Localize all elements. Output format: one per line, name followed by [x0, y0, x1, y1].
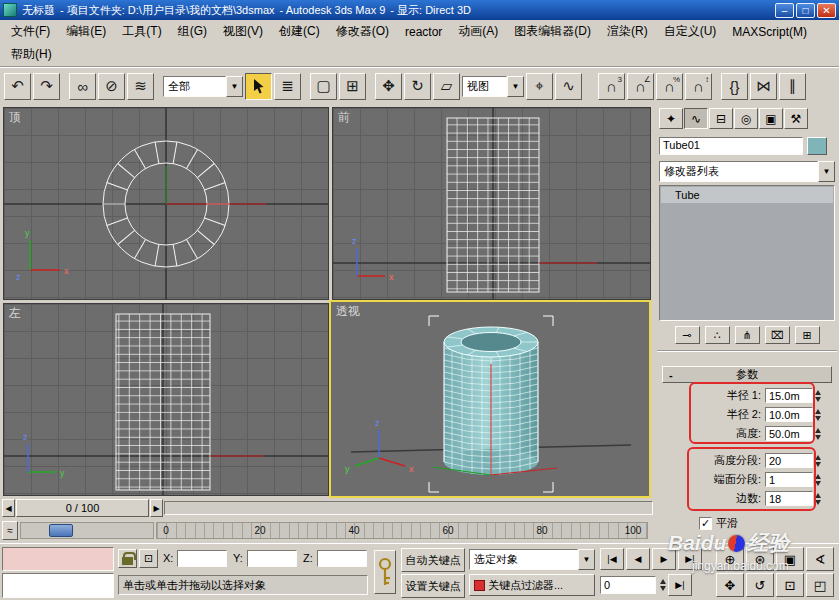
- use-pivot-point-button[interactable]: ⌖: [526, 73, 553, 100]
- menu-group[interactable]: 组(G): [170, 21, 215, 42]
- viewport-top[interactable]: x y z 顶: [3, 107, 329, 300]
- current-frame-spinner[interactable]: [660, 579, 666, 591]
- zoom-region-button[interactable]: ⊡: [776, 573, 804, 597]
- time-slider-grip[interactable]: 0 / 100: [16, 499, 149, 517]
- percent-snap-button[interactable]: ∩%: [656, 73, 683, 100]
- tab-display[interactable]: ▣: [759, 108, 783, 129]
- key-filters-button[interactable]: 关键点过滤器...: [469, 574, 595, 596]
- remove-modifier-button[interactable]: ⌧: [765, 326, 790, 344]
- tab-utilities[interactable]: ⚒: [784, 108, 808, 129]
- go-to-start-button[interactable]: |◀: [600, 548, 624, 570]
- previous-frame-button[interactable]: ◀: [626, 548, 650, 570]
- tab-motion[interactable]: ◎: [734, 108, 758, 129]
- param-sides-field[interactable]: 18: [765, 491, 813, 506]
- maximize-button[interactable]: □: [796, 3, 815, 18]
- dropdown-arrow-icon[interactable]: ▼: [818, 161, 835, 182]
- viewport-perspective-canvas[interactable]: z x y: [331, 302, 649, 496]
- selection-filter-dropdown[interactable]: 全部 ▼: [163, 76, 243, 97]
- smooth-checkbox[interactable]: ✓: [699, 517, 712, 530]
- time-slider-track[interactable]: [164, 501, 653, 515]
- param-cap-segs-spinner[interactable]: [815, 474, 821, 486]
- snap-toggle-button[interactable]: ∩3: [598, 73, 625, 100]
- redo-button[interactable]: ↷: [33, 73, 60, 100]
- param-sides-spinner[interactable]: [815, 493, 821, 505]
- object-name-field[interactable]: Tube01: [659, 137, 803, 155]
- param-radius1-spinner[interactable]: [815, 390, 821, 402]
- menu-reactor[interactable]: reactor: [397, 23, 450, 41]
- spinner-snap-button[interactable]: ∩↕: [685, 73, 712, 100]
- go-to-end-button[interactable]: ▶|: [678, 548, 702, 570]
- select-and-scale-button[interactable]: ▱: [433, 73, 460, 100]
- modifier-stack-item[interactable]: Tube: [661, 187, 833, 203]
- tab-modify[interactable]: ∿: [684, 108, 708, 129]
- close-button[interactable]: ✕: [817, 3, 836, 18]
- configure-modifier-sets-button[interactable]: ⊞: [795, 326, 820, 344]
- x-coordinate-field[interactable]: [177, 550, 227, 567]
- select-and-move-button[interactable]: ✥: [375, 73, 402, 100]
- unlink-selection-button[interactable]: ⊘: [98, 73, 125, 100]
- param-height-segs-field[interactable]: 20: [765, 453, 813, 468]
- param-radius1-field[interactable]: 15.0m: [765, 388, 813, 403]
- y-coordinate-field[interactable]: [247, 550, 297, 567]
- frame-ruler[interactable]: 0 20 40 60 80 100: [156, 522, 648, 539]
- bind-to-space-warp-button[interactable]: ≋: [127, 73, 154, 100]
- dropdown-arrow-icon[interactable]: ▼: [226, 76, 243, 97]
- rectangular-selection-region-button[interactable]: ▢: [310, 73, 337, 100]
- parameters-rollout-header[interactable]: - 参数: [662, 366, 832, 383]
- pan-button[interactable]: ✥: [716, 573, 744, 597]
- play-button[interactable]: ▶: [652, 548, 676, 570]
- modifier-list-dropdown[interactable]: 修改器列表 ▼: [659, 161, 835, 182]
- param-radius2-field[interactable]: 10.0m: [765, 407, 813, 422]
- track-bar-left-strip[interactable]: [20, 522, 154, 539]
- z-coordinate-field[interactable]: [317, 550, 367, 567]
- menu-file[interactable]: 文件(F): [3, 21, 58, 42]
- maximize-viewport-toggle[interactable]: ◰: [806, 573, 834, 597]
- viewport-perspective[interactable]: z x y 透视: [329, 300, 651, 498]
- menu-graph-editors[interactable]: 图表编辑器(D): [506, 21, 599, 42]
- menu-modifiers[interactable]: 修改器(O): [328, 21, 397, 42]
- tab-create[interactable]: ✦: [659, 108, 683, 129]
- select-and-link-button[interactable]: ∞: [69, 73, 96, 100]
- make-unique-button[interactable]: ⋔: [735, 326, 760, 344]
- time-slider-next-button[interactable]: ▶: [150, 499, 163, 517]
- pin-stack-button[interactable]: ⊸: [675, 326, 700, 344]
- param-height-segs-spinner[interactable]: [815, 455, 821, 467]
- tab-hierarchy[interactable]: ⊟: [709, 108, 733, 129]
- menu-customize[interactable]: 自定义(U): [656, 21, 725, 42]
- next-frame-button[interactable]: ▶|: [668, 574, 692, 596]
- title-bar[interactable]: 无标题 - 项目文件夹: D:\用户目录\我的文档\3dsmax - Autod…: [0, 0, 839, 20]
- menu-help[interactable]: 帮助(H): [3, 44, 60, 65]
- mirror-button[interactable]: ⋈: [750, 73, 777, 100]
- select-by-name-button[interactable]: ≣: [274, 73, 301, 100]
- select-and-rotate-button[interactable]: ↻: [404, 73, 431, 100]
- zoom-button[interactable]: ⊕: [716, 547, 744, 571]
- absolute-mode-toggle[interactable]: ⊡: [139, 549, 158, 568]
- set-key-button[interactable]: 设置关键点: [401, 574, 465, 598]
- viewport-left-label[interactable]: 左: [9, 305, 21, 322]
- zoom-extents-button[interactable]: ▣: [776, 547, 804, 571]
- viewport-perspective-label[interactable]: 透视: [336, 303, 360, 320]
- time-slider-prev-button[interactable]: ◀: [2, 499, 15, 517]
- field-of-view-button[interactable]: ∢: [806, 547, 834, 571]
- dropdown-arrow-icon[interactable]: ▼: [578, 549, 595, 570]
- zoom-all-button[interactable]: ⊛: [746, 547, 774, 571]
- macro-recorder-field[interactable]: [2, 547, 114, 571]
- viewport-front-canvas[interactable]: x z: [333, 108, 650, 299]
- object-color-swatch[interactable]: [807, 137, 827, 155]
- viewport-top-canvas[interactable]: x y z: [4, 108, 328, 299]
- menu-rendering[interactable]: 渲染(R): [599, 21, 656, 42]
- mini-curve-editor-button[interactable]: ≈: [2, 521, 18, 540]
- menu-create[interactable]: 创建(C): [271, 21, 328, 42]
- key-filter-selected-dropdown[interactable]: 选定对象 ▼: [469, 549, 595, 570]
- window-crossing-button[interactable]: ⊞: [339, 73, 366, 100]
- viewport-left[interactable]: y z 左: [3, 303, 329, 496]
- keyboard-override-toggle[interactable]: [374, 550, 396, 594]
- menu-views[interactable]: 视图(V): [215, 21, 271, 42]
- selection-lock-toggle[interactable]: [118, 549, 137, 568]
- viewport-top-label[interactable]: 顶: [9, 109, 21, 126]
- show-end-result-button[interactable]: ∴: [705, 326, 730, 344]
- current-frame-field[interactable]: 0: [600, 576, 656, 594]
- menu-tools[interactable]: 工具(T): [114, 21, 169, 42]
- auto-key-button[interactable]: 自动关键点: [401, 548, 465, 572]
- param-cap-segs-field[interactable]: 1: [765, 472, 813, 487]
